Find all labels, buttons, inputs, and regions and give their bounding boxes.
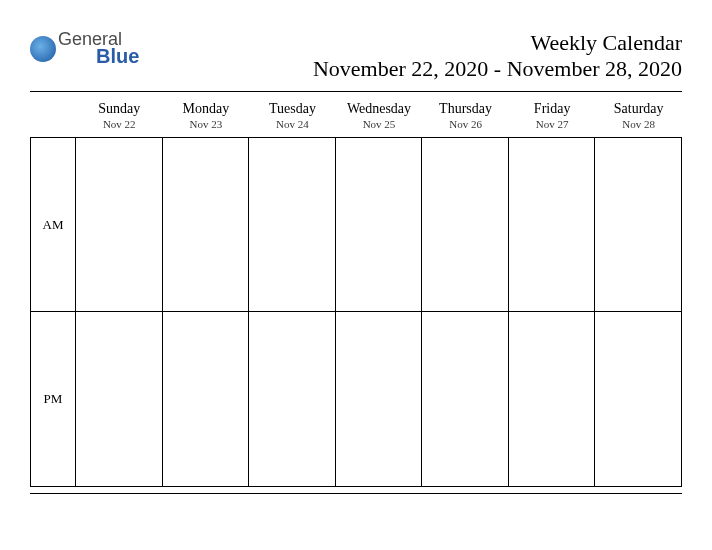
cell-am-monday: [163, 138, 250, 312]
date-range: November 22, 2020 - November 28, 2020: [313, 56, 682, 82]
calendar-grid: AM PM: [30, 137, 682, 487]
day-header-saturday: Saturday Nov 28: [595, 98, 682, 133]
cell-am-sunday: [76, 138, 163, 312]
period-label-am: AM: [30, 138, 76, 312]
day-date: Nov 23: [163, 118, 250, 131]
day-header-thursday: Thursday Nov 26: [422, 98, 509, 133]
cell-pm-monday: [163, 312, 250, 486]
period-label-pm: PM: [30, 312, 76, 486]
header-row: General Blue Weekly Calendar November 22…: [30, 30, 682, 83]
day-name: Thursday: [422, 100, 509, 118]
cell-am-thursday: [422, 138, 509, 312]
cell-pm-tuesday: [249, 312, 336, 486]
day-header-friday: Friday Nov 27: [509, 98, 596, 133]
cell-am-friday: [509, 138, 596, 312]
cell-pm-friday: [509, 312, 596, 486]
day-name: Friday: [509, 100, 596, 118]
day-header-tuesday: Tuesday Nov 24: [249, 98, 336, 133]
brand-logo: General Blue: [30, 30, 139, 66]
page-title: Weekly Calendar: [313, 30, 682, 56]
day-date: Nov 22: [76, 118, 163, 131]
cell-pm-saturday: [595, 312, 682, 486]
cell-pm-thursday: [422, 312, 509, 486]
day-header-sunday: Sunday Nov 22: [76, 98, 163, 133]
day-headers-row: Sunday Nov 22 Monday Nov 23 Tuesday Nov …: [30, 98, 682, 133]
corner-spacer: [30, 98, 76, 133]
day-name: Wednesday: [336, 100, 423, 118]
day-date: Nov 27: [509, 118, 596, 131]
day-name: Tuesday: [249, 100, 336, 118]
logo-line2: Blue: [96, 46, 139, 66]
cell-am-saturday: [595, 138, 682, 312]
day-name: Saturday: [595, 100, 682, 118]
title-block: Weekly Calendar November 22, 2020 - Nove…: [313, 30, 682, 83]
day-header-wednesday: Wednesday Nov 25: [336, 98, 423, 133]
day-name: Monday: [163, 100, 250, 118]
day-header-monday: Monday Nov 23: [163, 98, 250, 133]
day-date: Nov 24: [249, 118, 336, 131]
cell-pm-sunday: [76, 312, 163, 486]
divider-top: [30, 91, 682, 92]
cell-pm-wednesday: [336, 312, 423, 486]
divider-bottom: [30, 493, 682, 494]
day-name: Sunday: [76, 100, 163, 118]
day-date: Nov 28: [595, 118, 682, 131]
cell-am-wednesday: [336, 138, 423, 312]
day-date: Nov 26: [422, 118, 509, 131]
day-date: Nov 25: [336, 118, 423, 131]
logo-text: General Blue: [58, 30, 139, 66]
calendar: Sunday Nov 22 Monday Nov 23 Tuesday Nov …: [30, 98, 682, 487]
cell-am-tuesday: [249, 138, 336, 312]
globe-icon: [30, 36, 56, 62]
